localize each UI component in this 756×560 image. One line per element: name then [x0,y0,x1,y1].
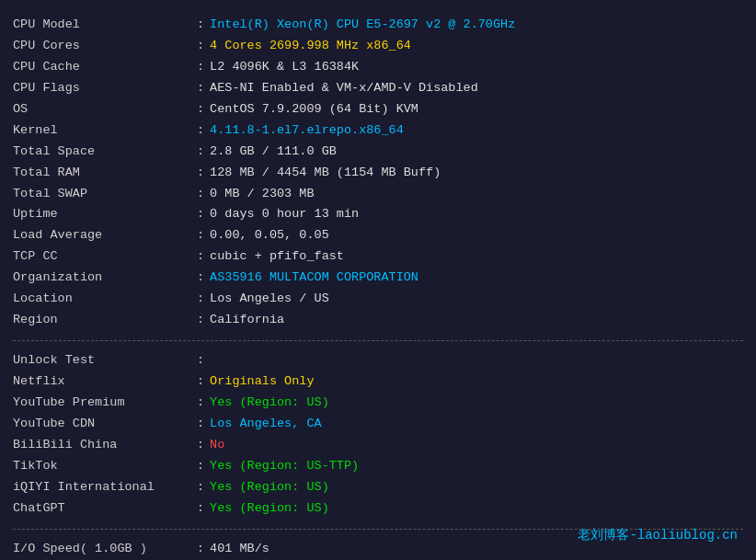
row-label: TikTok [13,456,197,477]
row-value: 0 days 0 hour 13 min [210,204,359,225]
table-row: Location: Los Angeles / US [13,289,743,310]
section-unlock-test: Unlock Test: Netflix: Originals OnlyYouT… [13,345,743,525]
row-colon: : [197,184,204,205]
table-row: TCP CC: cubic + pfifo_fast [13,246,743,268]
row-label: Total Space [13,142,197,163]
row-colon: : [197,350,204,371]
row-label: Netflix [13,371,197,393]
row-label: Organization [13,268,197,289]
row-label: YouTube CDN [13,414,197,435]
row-colon: : [197,246,204,268]
table-row: Netflix: Originals Only [13,371,743,393]
row-value: 2.8 GB / 111.0 GB [210,142,337,163]
row-colon: : [197,204,204,225]
row-colon: : [197,477,204,498]
row-value: cubic + pfifo_fast [210,246,344,268]
table-row: iQIYI International: Yes (Region: US) [13,477,743,498]
table-row: Load Average: 0.00, 0.05, 0.05 [13,225,743,246]
row-colon: : [197,268,204,289]
row-colon: : [197,36,204,57]
row-value: AES-NI Enabled & VM-x/AMD-V Disabled [210,78,478,99]
table-row: Uptime: 0 days 0 hour 13 min [13,204,743,225]
row-colon: : [197,498,204,520]
table-row: TikTok: Yes (Region: US-TTP) [13,456,743,477]
table-row: Kernel: 4.11.8-1.el7.elrepo.x86_64 [13,120,743,142]
row-label: CPU Cores [13,36,197,57]
row-label: ChatGPT [13,498,197,520]
row-value: No [210,435,224,456]
watermark: 老刘博客-laoliublog.cn [578,527,738,543]
row-value: Originals Only [210,371,314,393]
row-value: 401 MB/s [210,539,269,560]
row-label: Unlock Test [13,350,197,371]
table-row: Total SWAP: 0 MB / 2303 MB [13,184,743,205]
row-colon: : [197,15,204,36]
table-row: BiliBili China: No [13,435,743,456]
row-colon: : [197,456,204,477]
row-label: CPU Cache [13,57,197,78]
row-colon: : [197,142,204,163]
row-label: Total SWAP [13,184,197,205]
table-row: CPU Flags: AES-NI Enabled & VM-x/AMD-V D… [13,78,743,99]
table-row: OS: CentOS 7.9.2009 (64 Bit) KVM [13,99,743,120]
row-label: Kernel [13,120,197,142]
row-label: Uptime [13,204,197,225]
row-value: 0 MB / 2303 MB [210,184,314,205]
row-value: L2 4096K & L3 16384K [210,57,359,78]
row-value: 128 MB / 4454 MB (1154 MB Buff) [210,163,441,184]
row-colon: : [197,289,204,310]
row-colon: : [197,78,204,99]
table-row: YouTube CDN: Los Angeles, CA [13,414,743,435]
row-value: 4 Cores 2699.998 MHz x86_64 [210,36,411,57]
table-row: YouTube Premium: Yes (Region: US) [13,393,743,414]
row-colon: : [197,414,204,435]
table-row: Region: California [13,310,743,331]
row-label: Location [13,289,197,310]
row-value: Los Angeles / US [210,289,329,310]
row-value: 0.00, 0.05, 0.05 [210,225,329,246]
table-row: Unlock Test: [13,350,743,371]
row-colon: : [197,57,204,78]
row-label: BiliBili China [13,435,197,456]
terminal-output: CPU Model: Intel(R) Xeon(R) CPU E5-2697 … [13,9,743,560]
row-label: TCP CC [13,246,197,268]
table-row: CPU Model: Intel(R) Xeon(R) CPU E5-2697 … [13,15,743,36]
table-row: ChatGPT: Yes (Region: US) [13,498,743,520]
row-colon: : [197,371,204,393]
row-colon: : [197,120,204,142]
row-colon: : [197,539,204,560]
row-colon: : [197,225,204,246]
row-value: Yes (Region: US-TTP) [210,456,359,477]
table-row: Total Space: 2.8 GB / 111.0 GB [13,142,743,163]
table-row: Total RAM: 128 MB / 4454 MB (1154 MB Buf… [13,163,743,184]
row-value: AS35916 MULTACOM CORPORATION [210,268,418,289]
table-row: CPU Cache: L2 4096K & L3 16384K [13,57,743,78]
row-label: iQIYI International [13,477,197,498]
row-label: Total RAM [13,163,197,184]
row-label: Region [13,310,197,331]
row-colon: : [197,310,204,331]
table-row: Organization: AS35916 MULTACOM CORPORATI… [13,268,743,289]
row-colon: : [197,99,204,120]
row-colon: : [197,163,204,184]
table-row: CPU Cores: 4 Cores 2699.998 MHz x86_64 [13,36,743,57]
section-system-info: CPU Model: Intel(R) Xeon(R) CPU E5-2697 … [13,9,743,337]
row-value: Yes (Region: US) [210,498,329,520]
row-value: 4.11.8-1.el7.elrepo.x86_64 [210,120,404,142]
row-label: Load Average [13,225,197,246]
row-value: California [210,310,284,331]
row-label: I/O Speed( 1.0GB ) [13,539,197,560]
row-label: YouTube Premium [13,393,197,414]
row-value: Intel(R) Xeon(R) CPU E5-2697 v2 @ 2.70GH… [210,15,515,36]
row-label: CPU Flags [13,78,197,99]
section-divider [13,340,743,341]
row-value: Yes (Region: US) [210,477,329,498]
row-label: CPU Model [13,15,197,36]
row-value: Yes (Region: US) [210,393,329,414]
row-value: CentOS 7.9.2009 (64 Bit) KVM [210,99,418,120]
row-value: Los Angeles, CA [210,414,322,435]
row-label: OS [13,99,197,120]
row-colon: : [197,393,204,414]
row-colon: : [197,435,204,456]
